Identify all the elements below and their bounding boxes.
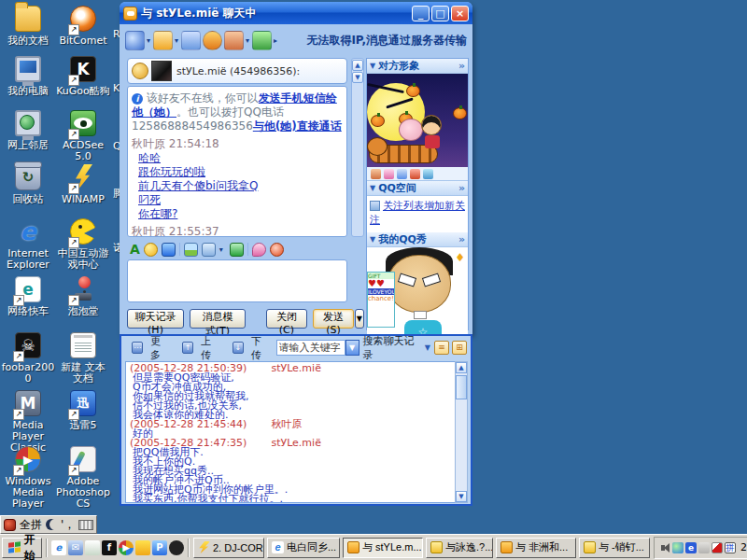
list-view-icon[interactable]: ≡ [434,341,449,355]
expand-icon[interactable]: » [458,182,465,194]
magic-expression-icon[interactable] [162,243,176,257]
scroll-down-button[interactable]: ▼ [352,72,363,83]
task-chat-style[interactable]: 与 stYLe.m... [343,538,423,558]
task-chat-other[interactable]: 与 -销钉... [579,538,650,558]
file-transfer-dropdown[interactable]: ▾ [175,36,178,45]
desktop-icon-china-game-center[interactable]: 中国互动游戏中心 [56,217,110,271]
my-qqshow-header[interactable]: ▼ 我的QQ秀 » [367,232,468,247]
font-icon[interactable]: A [130,242,140,257]
send-image-icon[interactable] [184,243,198,257]
expand-icon[interactable]: » [458,60,465,72]
collapse-icon[interactable]: ▼ [370,184,375,192]
desktop-icon-paopaotang[interactable]: 泡泡堂 [56,274,110,317]
video-chat-icon[interactable] [125,31,145,50]
combo-dropdown-icon[interactable]: ▼ [345,340,359,356]
contacts-dropdown[interactable]: ▾ [246,36,249,45]
expand-icon[interactable]: » [458,233,465,245]
desktop-icon-network-places[interactable]: 网上邻居 [1,108,55,151]
desktop-icon-bitcomet[interactable]: BitComet [56,4,110,47]
qqshow-refresh-icon[interactable] [397,169,407,179]
desktop-icon-acdsee[interactable]: ACDSee 5.0 [56,108,110,162]
quick-poco-icon[interactable]: P [152,540,167,555]
tree-view-icon[interactable]: ⊞ [452,341,467,355]
quick-show-desktop-icon[interactable] [85,540,100,555]
pen-tray-icon[interactable] [712,542,723,553]
quick-wmp-icon[interactable]: ▶ [119,540,134,555]
quick-app-icon[interactable] [169,540,184,555]
shake-window-icon[interactable] [270,243,284,257]
qqshow-edit-icon[interactable] [423,169,433,179]
qzone-header[interactable]: ▼ QQ空间 » [367,181,468,196]
quick-winamp-icon[interactable] [135,540,150,555]
upload-button[interactable]: ↑上传 [176,332,222,364]
volume-icon[interactable] [659,542,670,553]
message-area[interactable]: i 该好友不在线，你可以发送手机短信给他（她）。也可以拨打QQ电话1258688… [127,86,347,237]
scroll-up-button[interactable]: ▲ [456,362,467,373]
contacts-icon[interactable] [224,31,244,50]
desktop-icon-internet-explorer[interactable]: eInternet Explorer [1,217,55,271]
keyword-input[interactable] [276,340,345,356]
message-scrollbar[interactable]: ▲ ▼ [351,58,364,237]
more-button[interactable]: ⋯更多 [125,332,172,364]
history-scrollbar[interactable]: ▲ ▼ [455,361,468,503]
desktop-icon-my-documents[interactable]: 我的文档 [1,4,55,47]
task-winamp[interactable]: 2. DJ-COR... [193,538,264,558]
file-transfer-icon[interactable] [153,31,173,50]
send-button[interactable]: 发送(S) [313,309,354,329]
network-tray-icon[interactable] [698,542,710,553]
music-share-icon[interactable] [203,31,222,50]
qqshow-friends-icon[interactable] [410,169,420,179]
history-content[interactable]: (2005-12-28 21:50:39)stУLe.miё 但是需要QQ密码验… [125,361,458,503]
peer-image-header[interactable]: ▼ 对方形象 » [367,59,468,74]
desktop-icon-flashget[interactable]: e网络快车 [1,274,55,317]
desktop-icon-thunder5[interactable]: 迅迅雷5 [56,388,110,431]
quick-foobar-icon[interactable]: f [102,540,117,555]
search-records-label[interactable]: 搜索聊天记录 [363,334,421,362]
emoticon-icon[interactable] [144,243,158,257]
desktop-icon-photoshop[interactable]: Adobe Photoshop CS [56,444,110,510]
quick-mail-icon[interactable]: ✉ [68,540,83,555]
ime-logo-icon[interactable] [4,519,16,531]
qqshow-dress-icon[interactable] [384,169,394,179]
search-dropdown-icon[interactable]: ▼ [425,343,430,352]
direct-call-link[interactable]: 与他(她)直接通话 [253,119,342,133]
desktop-icon-foobar2000[interactable]: ☠foobar2000 [1,330,55,385]
task-ie-page[interactable]: e电白同乡... [267,538,340,558]
toolbar-expand-arrow[interactable]: ▸ [274,36,277,45]
video-chat-dropdown[interactable]: ▾ [147,36,150,45]
collapse-icon[interactable]: ▼ [370,235,375,244]
title-bar[interactable]: 与 stУLe.miё 聊天中 _ □ × [120,2,472,24]
scrollbar-thumb[interactable] [456,375,467,399]
capture-dropdown[interactable]: ▾ [219,245,223,254]
punctuation-toggle[interactable]: '， [61,517,75,533]
video-icon[interactable] [230,243,244,257]
start-button[interactable]: 开始 [2,538,42,558]
scroll-up-button[interactable]: ▲ [352,60,363,71]
keyword-combo[interactable]: ▼ [276,340,359,356]
screen-capture-icon[interactable] [202,243,216,257]
desktop-icon-new-text-document[interactable]: 新建 文本文档 [56,330,110,385]
ime-tray-icon[interactable]: 拼 [725,542,736,553]
maximize-button[interactable]: □ [431,6,449,21]
flashget-tray-icon[interactable]: e [685,542,697,553]
download-button[interactable]: ↓下传 [226,332,273,364]
quick-ie-icon[interactable]: e [51,540,66,555]
desktop-icon-kugoo[interactable]: KKuGoo酷狗 [56,54,110,97]
desktop-icon-windows-media-player[interactable]: ▶Windows Media Player [1,444,55,510]
collapse-icon[interactable]: ▼ [370,62,375,70]
send-options-dropdown[interactable]: ▼ [355,309,364,329]
message-mode-icon[interactable] [252,243,266,257]
task-chat-feizhou[interactable]: 与 非洲和... [496,538,576,558]
minimize-button[interactable]: _ [412,6,430,21]
desktop-icon-my-computer[interactable]: 我的电脑 [1,54,55,97]
message-mode-button[interactable]: 消息模式(T) [190,309,246,329]
desktop-icon-recycle-bin[interactable]: ↻回收站 [1,162,55,205]
close-button[interactable]: × [451,6,469,21]
close-chat-button[interactable]: 关闭(C) [266,309,307,329]
kugoo-tray-icon[interactable] [672,542,684,553]
soft-keyboard-icon[interactable] [78,520,93,530]
mobile-message-icon[interactable] [181,31,201,50]
scroll-down-button[interactable]: ▼ [456,491,467,502]
qqshow-person-icon[interactable] [371,169,381,179]
message-input[interactable] [127,259,347,302]
